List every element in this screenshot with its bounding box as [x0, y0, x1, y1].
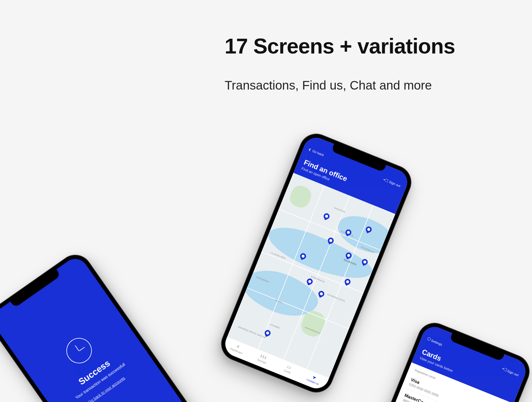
map-pin-icon[interactable] — [317, 290, 325, 298]
sign-out-icon — [503, 368, 507, 372]
map-pin-icon[interactable] — [264, 329, 271, 337]
gear-icon — [427, 337, 431, 341]
phone-mockup-cards: Settings Sign out Cards View your cards … — [334, 318, 532, 402]
settings-button[interactable]: Settings — [427, 337, 443, 346]
map-pin-icon[interactable] — [323, 212, 330, 220]
map-pin-icon[interactable] — [344, 278, 351, 286]
district-label: ENSKEDE-ÅRSTA-VANTÖR — [238, 326, 266, 339]
clock-icon — [61, 333, 97, 368]
phone-mockup-find-office: Go back Sign out Find an office Find an … — [216, 129, 416, 398]
marketing-subline: Transactions, Find us, Chat and more — [225, 78, 432, 93]
go-back-button[interactable]: Go back — [309, 148, 325, 157]
district-label: STUREBY — [270, 323, 281, 329]
sign-out-button[interactable]: Sign out — [385, 178, 401, 188]
sign-out-button[interactable]: Sign out — [503, 368, 519, 377]
chevron-left-icon — [309, 148, 312, 151]
paper-plane-icon: ➤ — [301, 374, 328, 380]
district-label: KATARINA-SOFIA — [327, 293, 345, 302]
phone-mockup-success: Success Your transaction was successfull… — [0, 248, 218, 402]
marketing-headline: 17 Screens + variations — [225, 34, 455, 58]
map-pin-icon[interactable] — [306, 278, 313, 285]
sign-out-icon — [385, 179, 388, 182]
